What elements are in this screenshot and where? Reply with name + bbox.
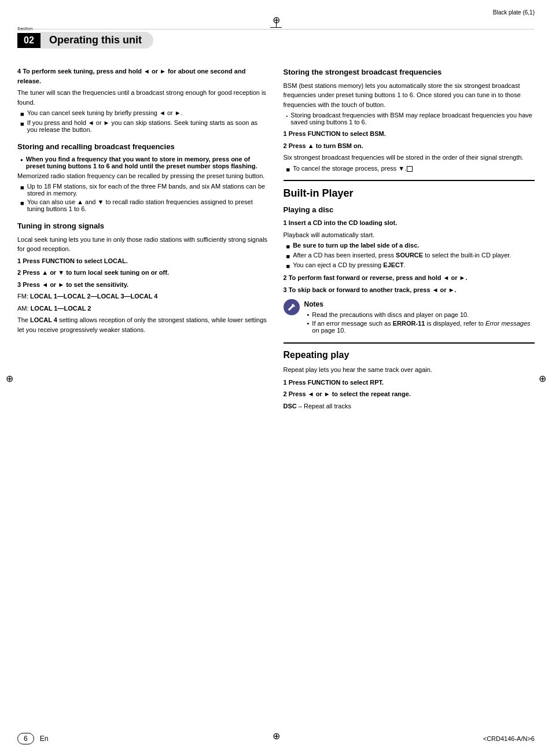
section-number: 02 [17,33,41,48]
bullet-disc2-text: After a CD has been inserted, press SOUR… [293,252,511,259]
bullet-strongest2-text: To cancel the storage process, press ▼. [293,165,413,172]
round-bullet-icon: ● [20,157,23,163]
square-bullet-icon8: ■ [286,263,290,270]
bullet-store2-text: You can also use ▲ and ▼ to recall radio… [27,198,269,212]
crd-text: <CRD4146-A/N>6 [483,735,535,742]
section-header: Section 02 Operating this unit [17,32,153,49]
playing-disc-heading: Playing a disc [284,204,535,216]
note2-text: If an error message such as ERROR-11 is … [312,320,535,334]
page-bottom: 6 En <CRD4146-A/N>6 [17,733,535,744]
left-column: 4 To perform seek tuning, press and hold… [17,67,269,721]
note2: • If an error message such as ERROR-11 i… [304,320,535,334]
bullet-disc1-text: Be sure to turn up the label side of a d… [293,242,419,249]
bullet-store-main: ● When you find a frequency that you wan… [17,156,269,169]
square-bullet-icon3: ■ [20,184,24,191]
round-bullet4: • [307,320,310,327]
repeat-step2: 2 Press ◄ or ► to select the repeat rang… [284,389,535,399]
square-bullet-icon7: ■ [286,253,290,260]
crosshair-right-symbol: ⊕ [539,373,546,383]
bullet-strongest2: ■ To cancel the storage process, press ▼… [284,165,535,173]
page-number-area: 6 En [17,733,48,744]
crosshair-top-symbol: ⊕ [273,14,280,25]
store-body1: Memorized radio station frequency can be… [17,171,269,181]
stop-icon [407,166,413,172]
note1-text: Read the precautions with discs and play… [312,311,469,318]
page: ⊕ Black plate (6,1) ⊕ ⊕ ⊕ Section 02 Ope… [0,0,552,756]
dsc-line: DSC – Repeat all tracks [284,401,535,411]
disc-step3: 3 To skip back or forward to another tra… [284,285,535,295]
square-bullet-icon4: ■ [20,200,24,206]
main-content: 4 To perform seek tuning, press and hold… [17,67,535,721]
fm-line: FM: LOCAL 1—LOCAL 2—LOCAL 3—LOCAL 4 [17,292,269,301]
bullet-disc2: ■ After a CD has been inserted, press SO… [284,252,535,260]
strongest-step1: 1 Press FUNCTION to select BSM. [284,129,535,139]
square-bullet-icon: ■ [20,110,24,117]
bullet-store-main-text: When you find a frequency that you want … [26,156,269,169]
section-divider2 [284,342,535,344]
storing-recalling-heading: Storing and recalling broadcast frequenc… [17,141,269,153]
strongest-body2: Six strongest broadcast frequencies will… [284,153,535,163]
notes-box: Notes • Read the precautions with discs … [284,299,535,335]
crosshair-left-symbol: ⊕ [6,373,13,383]
pencil-icon [287,303,296,312]
strongest-step2: 2 Press ▲ to turn BSM on. [284,141,535,151]
am-line: AM: LOCAL 1—LOCAL 2 [17,304,269,314]
page-number: 6 [17,733,34,744]
disc-step1: 1 Insert a CD into the CD loading slot. [284,218,535,228]
repeat-step1: 1 Press FUNCTION to select RPT. [284,378,535,388]
bullet-disc1: ■ Be sure to turn up the label side of a… [284,242,535,250]
local4-body: The LOCAL 4 setting allows reception of … [17,315,269,334]
repeating-play-body: Repeat play lets you hear the same track… [284,365,535,375]
bullet-store1: ■ Up to 18 FM stations, six for each of … [17,183,269,197]
disc-step1-body: Playback will automatically start. [284,230,535,240]
bullet-disc3: ■ You can eject a CD by pressing EJECT. [284,261,535,270]
square-bullet-icon2: ■ [20,120,24,127]
tuning-strong-heading: Tuning in strong signals [17,220,269,232]
notes-content: Notes • Read the precautions with discs … [304,299,535,335]
square-bullet-icon5: ■ [286,166,290,173]
built-in-heading: Built-in Player [284,186,535,201]
right-column: Storing the strongest broadcast frequenc… [284,67,535,721]
square-bullet-icon6: ■ [286,243,290,250]
step4-body: The tuner will scan the frequencies unti… [17,88,269,107]
tuning-step1: 1 Press FUNCTION to select LOCAL. [17,256,269,266]
bullet-disc3-text: You can eject a CD by pressing EJECT. [293,261,406,268]
round-bullet3: • [307,311,310,318]
bullet-seek2-text: If you press and hold ◄ or ► you can ski… [27,119,269,133]
bullet-strongest1-text: Storing broadcast frequencies with BSM m… [290,112,535,126]
bullet-seek2: ■ If you press and hold ◄ or ► you can s… [17,119,269,133]
bullet-seek1-text: You can cancel seek tuning by briefly pr… [27,109,183,116]
storing-strongest-body1: BSM (best stations memory) lets you auto… [284,81,535,110]
note1: • Read the precautions with discs and pl… [304,311,535,318]
section-title: Operating this unit [41,32,153,49]
bullet-store1-text: Up to 18 FM stations, six for each of th… [27,183,269,197]
tuning-step2: 2 Press ▲ or ▼ to turn local seek tuning… [17,268,269,278]
tuning-step3: 3 Press ◄ or ► to set the sensitivity. [17,280,269,290]
bullet-strongest1: • Storing broadcast frequencies with BSM… [284,112,535,126]
black-plate-label: Black plate (6,1) [493,9,535,16]
section-divider [284,180,535,181]
notes-title: Notes [304,299,535,309]
step4-heading: 4 To perform seek tuning, press and hold… [17,67,269,86]
bullet-store2: ■ You can also use ▲ and ▼ to recall rad… [17,198,269,212]
bullet-seek1: ■ You can cancel seek tuning by briefly … [17,109,269,117]
page-en: En [40,735,49,743]
storing-strongest-heading: Storing the strongest broadcast frequenc… [284,67,535,78]
tuning-strong-body: Local seek tuning lets you tune in only … [17,235,269,254]
round-bullet-icon2: • [286,113,288,119]
disc-step2: 2 To perform fast forward or reverse, pr… [284,273,535,283]
notes-icon [284,299,300,315]
top-border [17,29,535,29]
repeating-play-heading: Repeating play [284,348,535,362]
